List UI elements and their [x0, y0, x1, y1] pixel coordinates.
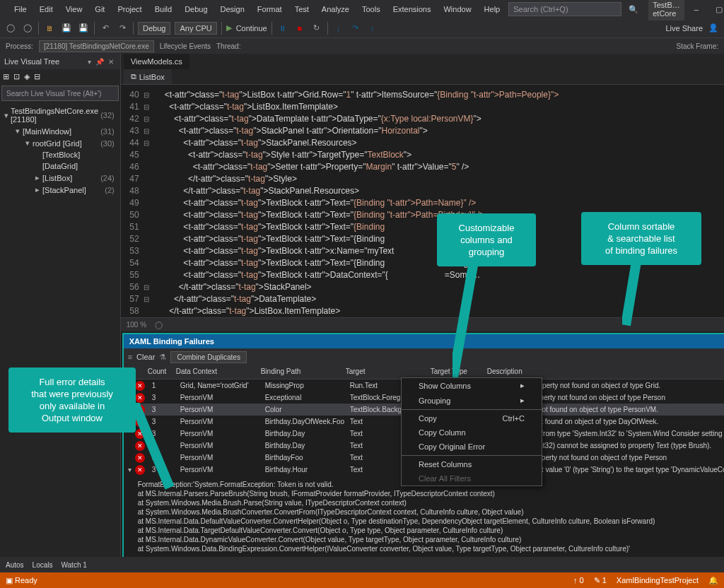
context-menu[interactable]: Show Columns▸Grouping▸CopyCtrl+CCopy Col… — [401, 377, 542, 486]
filter-icon[interactable]: ⚗ — [159, 353, 166, 362]
tree-row[interactable]: ▾TestBindingsNetCore.exe [21180](32) — [3, 105, 117, 125]
lvt-title: Live Visual Tree — [4, 57, 59, 66]
minimize-icon[interactable]: – — [687, 2, 706, 16]
lifecycle-events[interactable]: Lifecycle Events — [160, 42, 211, 50]
tree-row[interactable]: ▾[MainWindow](31) — [3, 125, 117, 137]
col-count: Count — [145, 365, 173, 379]
menu-test[interactable]: Test — [289, 2, 315, 16]
menu-extensions[interactable]: Extensions — [387, 2, 437, 16]
menu-debug[interactable]: Debug — [179, 2, 213, 16]
menu-help[interactable]: Help — [479, 2, 506, 16]
step-over-icon[interactable]: ↷ — [349, 22, 362, 35]
solution-button[interactable]: TestB…etCore — [648, 0, 684, 20]
ctx-item[interactable]: Reset Columns — [402, 457, 542, 471]
global-search-input[interactable]: Search (Ctrl+Q) — [508, 2, 621, 16]
user-icon[interactable]: 👤 — [707, 22, 720, 35]
notifications-icon[interactable]: 🔔 — [708, 576, 718, 585]
callout-left: Full error detailsthat were previouslyon… — [8, 368, 136, 433]
ctx-item[interactable]: CopyCtrl+C — [402, 411, 542, 425]
lvt-tool-icon[interactable]: ⊟ — [33, 71, 42, 83]
lvt-tool-icon[interactable]: ⊡ — [12, 71, 21, 83]
maximize-icon[interactable]: ▢ — [708, 2, 724, 17]
ctx-item: Clear All Filters — [402, 471, 542, 486]
lvt-header: Live Visual Tree ▾ 📌 ✕ — [0, 54, 120, 69]
no-issues-icon: ◯ — [155, 321, 163, 329]
tree-row[interactable]: [DataGrid] — [3, 160, 117, 172]
forward-icon[interactable]: ◯ — [21, 22, 34, 35]
continue-button[interactable]: ▶ — [226, 23, 232, 33]
menu-analyze[interactable]: Analyze — [316, 2, 355, 16]
config-select[interactable]: Debug — [138, 22, 170, 35]
back-icon[interactable]: ◯ — [4, 22, 17, 35]
editor-sub-tab-bar: ⧉ListBox ⧉ListBox — [121, 69, 724, 85]
main-toolbar: ◯ ◯ 🗎 💾 💾 ↶ ↷ Debug Any CPU ▶ Continue ⏸… — [0, 18, 724, 38]
col-path: Binding Path — [258, 365, 343, 379]
restart-icon[interactable]: ↻ — [310, 22, 323, 35]
clear-button[interactable]: Clear — [136, 353, 155, 361]
menu-git[interactable]: Git — [89, 2, 110, 16]
binding-error-detail: FormatException:'System.FormatException:… — [124, 476, 724, 558]
orange-status-bar: ▣ Ready ↑ 0 ✎ 1 XamlBindingTestProject 🔔 — [0, 572, 724, 588]
status-tab[interactable]: Autos — [6, 561, 24, 569]
continue-label[interactable]: Continue — [236, 24, 267, 33]
ctx-item[interactable]: Copy Column — [402, 425, 542, 440]
tree-row[interactable]: ▸[StackPanel](2) — [3, 184, 117, 196]
upload-count: ↑ 0 — [573, 576, 584, 584]
menu-format[interactable]: Format — [252, 2, 288, 16]
download-count: ✎ 1 — [594, 576, 607, 585]
tree-row[interactable]: [TextBlock] — [3, 149, 117, 160]
tree-row[interactable]: ▸[ListBox](24) — [3, 172, 117, 184]
menu-project[interactable]: Project — [112, 2, 147, 16]
undo-icon[interactable]: ↶ — [99, 22, 112, 35]
pause-icon[interactable]: ⏸ — [276, 22, 289, 35]
save-icon[interactable]: 💾 — [60, 22, 73, 35]
menu-build[interactable]: Build — [149, 2, 177, 16]
ready-label: ▣ Ready — [6, 576, 37, 585]
lvt-close-icon[interactable]: ✕ — [106, 58, 116, 66]
binding-title: XAML Binding Failures — [129, 337, 214, 346]
menu-view[interactable]: View — [60, 2, 88, 16]
menu-design[interactable]: Design — [215, 2, 250, 16]
stack-frame-label: Stack Frame: — [677, 42, 718, 50]
ctx-item[interactable]: Copy Original Error — [402, 440, 542, 454]
error-icon: ✕ — [135, 381, 145, 391]
open-icon[interactable]: 🗎 — [43, 22, 56, 35]
platform-select[interactable]: Any CPU — [175, 22, 216, 35]
menu-window[interactable]: Window — [438, 2, 477, 16]
menu-file[interactable]: File — [8, 2, 33, 16]
status-tab[interactable]: Locals — [33, 561, 53, 569]
sub-tab-1[interactable]: ⧉ListBox — [124, 69, 172, 84]
redo-icon[interactable]: ↷ — [116, 22, 129, 35]
callout-right: Column sortable& searchable listof bindi… — [581, 212, 701, 265]
zoom-level[interactable]: 100 % — [127, 321, 146, 329]
lvt-pin-icon[interactable]: 📌 — [93, 58, 106, 66]
ctx-item[interactable]: Grouping▸ — [402, 393, 542, 408]
search-icon[interactable]: 🔍 — [624, 5, 643, 14]
project-name: XamlBindingTestProject — [617, 576, 699, 584]
lvt-options-icon[interactable]: ▾ — [86, 58, 93, 66]
menu-edit[interactable]: Edit — [34, 2, 59, 16]
menu-tools[interactable]: Tools — [356, 2, 386, 16]
lvt-tool-icon[interactable]: ◈ — [23, 71, 31, 83]
editor-tab-bar: ViewModels.cs MainWindow.xaml ✕ — [121, 54, 724, 69]
lines-icon[interactable]: ≡ — [128, 353, 132, 361]
error-icon: ✕ — [135, 393, 145, 403]
status-tab[interactable]: Watch 1 — [61, 561, 86, 569]
step-out-icon[interactable]: ↑ — [366, 22, 379, 35]
thread-label: Thread: — [216, 42, 240, 50]
tab-viewmodels[interactable]: ViewModels.cs — [124, 54, 189, 69]
stop-icon[interactable]: ■ — [293, 22, 306, 35]
title-bar: FileEditViewGitProjectBuildDebugDesignFo… — [0, 0, 724, 18]
lvt-search-input[interactable]: Search Live Visual Tree (Alt+') — [1, 86, 119, 101]
status-tabs[interactable]: AutosLocalsWatch 1 — [0, 557, 724, 572]
tree-row[interactable]: ▾rootGrid [Grid](30) — [3, 137, 117, 149]
step-into-icon[interactable]: ↓ — [332, 22, 345, 35]
ctx-item[interactable]: Show Columns▸ — [402, 378, 542, 393]
debug-process-bar: Process: [21180] TestBindingsNetCore.exe… — [0, 38, 724, 54]
live-share-button[interactable]: Live Share — [665, 24, 703, 33]
process-select[interactable]: [21180] TestBindingsNetCore.exe — [39, 40, 154, 52]
combine-button[interactable]: Combine Duplicates — [170, 351, 247, 363]
lvt-tree[interactable]: ▾TestBindingsNetCore.exe [21180](32)▾[Ma… — [0, 102, 120, 199]
lvt-tool-icon[interactable]: ⊞ — [1, 71, 11, 83]
save-all-icon[interactable]: 💾 — [77, 22, 90, 35]
